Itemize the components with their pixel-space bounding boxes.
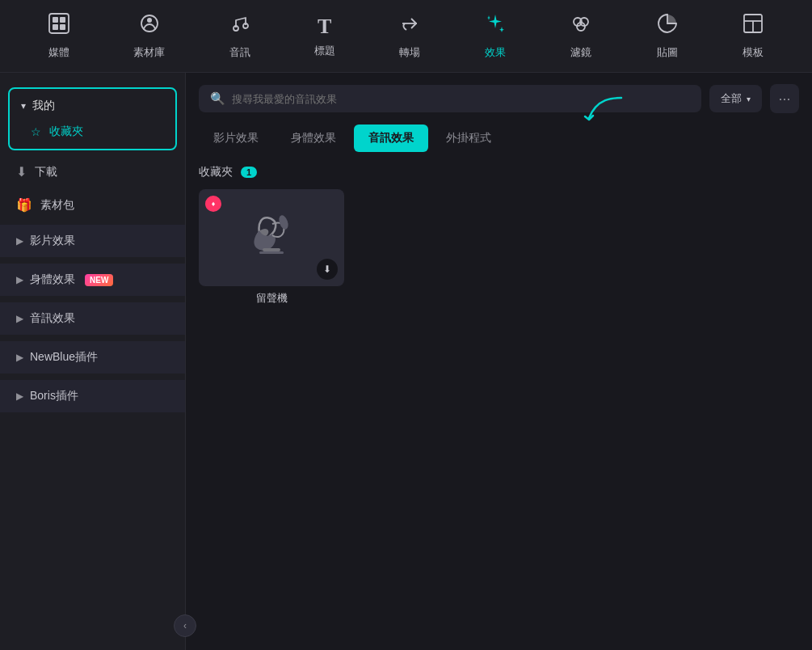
media-icon (48, 12, 70, 40)
sidebar-my-label: 我的 (32, 99, 55, 113)
nav-label-title: 標題 (314, 44, 335, 58)
sidebar-my-group: ▾ 我的 ☆ 收藏夾 (8, 87, 177, 150)
nav-item-audio[interactable]: 音訊 (217, 6, 263, 66)
section-label: 收藏夾 (199, 165, 233, 179)
nav-label-audio: 音訊 (229, 45, 250, 60)
arrow-annotation (565, 94, 629, 126)
collapse-icon: ‹ (183, 620, 187, 631)
body-chevron-icon: ▶ (16, 274, 23, 285)
sidebar-body-effects-label: 身體效果 (30, 272, 75, 287)
effects-icon (484, 12, 507, 40)
nav-label-transition: 轉場 (399, 45, 420, 60)
search-dropdown[interactable]: 全部 ▾ (709, 85, 762, 112)
card-label: 留聲機 (199, 291, 344, 306)
fav-diamond-icon: ♦ (212, 200, 216, 208)
svg-rect-3 (53, 24, 58, 30)
sidebar-body-effects[interactable]: ▶ 身體效果 NEW (0, 264, 185, 296)
nav-label-effects: 效果 (485, 45, 506, 60)
svg-rect-1 (53, 17, 58, 23)
tab-body-effects[interactable]: 身體效果 (276, 125, 351, 152)
tab-plugin[interactable]: 外掛程式 (431, 125, 506, 152)
search-bar: 🔍 全部 ▾ ··· (199, 84, 799, 113)
sidebar: ▾ 我的 ☆ 收藏夾 ⬇ 下載 🎁 素材包 ▶ 影片效果 ▶ 身體效果 (0, 73, 186, 650)
nav-item-filter[interactable]: 濾鏡 (558, 6, 604, 66)
sidebar-newblue-label: NewBlue插件 (30, 350, 98, 365)
chevron-right-icon: ▶ (16, 235, 23, 247)
content-area: 🔍 全部 ▾ ··· 影片效果 身體效果 音訊效果 外掛程式 (186, 73, 812, 650)
gramophone-icon (243, 209, 300, 266)
more-icon: ··· (778, 91, 790, 108)
svg-rect-4 (60, 24, 65, 30)
title-icon: T (318, 15, 331, 39)
card-grid: ♦ (199, 189, 799, 306)
count-badge: 1 (241, 167, 257, 178)
nav-label-filter: 濾鏡 (570, 45, 591, 60)
sidebar-pack[interactable]: 🎁 素材包 (0, 188, 185, 222)
svg-point-6 (147, 18, 152, 23)
audio-nav-icon (229, 12, 251, 40)
svg-point-8 (243, 23, 248, 28)
card-download-button[interactable]: ⬇ (317, 259, 338, 280)
nav-item-media[interactable]: 媒體 (36, 6, 82, 66)
stock-icon (138, 12, 161, 40)
template-icon (742, 12, 764, 40)
boris-chevron-icon: ▶ (16, 390, 23, 402)
sidebar-boris-label: Boris插件 (30, 389, 78, 403)
filter-icon (570, 12, 592, 40)
transition-icon (398, 12, 421, 40)
newblue-chevron-icon: ▶ (16, 352, 23, 363)
star-icon: ☆ (31, 125, 41, 138)
card-thumbnail: ♦ (199, 189, 344, 286)
more-button[interactable]: ··· (770, 84, 799, 113)
top-nav: 媒體 素材庫 音訊 T 標題 (0, 0, 812, 73)
nav-item-sticker[interactable]: 貼圖 (645, 6, 690, 66)
new-badge: NEW (85, 274, 113, 286)
pack-icon: 🎁 (16, 197, 32, 213)
sidebar-favorites[interactable]: ☆ 收藏夾 (11, 118, 174, 144)
dropdown-label: 全部 (721, 91, 742, 106)
nav-item-template[interactable]: 模板 (730, 6, 776, 66)
tabs-row: 影片效果 身體效果 音訊效果 外掛程式 (199, 125, 799, 152)
media-card[interactable]: ♦ (199, 189, 344, 306)
search-icon: 🔍 (210, 91, 225, 106)
nav-label-stock: 素材庫 (133, 45, 165, 60)
sidebar-download-label: 下載 (35, 165, 57, 179)
download-icon: ⬇ (16, 164, 27, 179)
nav-item-title[interactable]: T 標題 (303, 8, 347, 65)
sidebar-download[interactable]: ⬇ 下載 (0, 155, 185, 188)
card-download-icon: ⬇ (323, 264, 331, 275)
sidebar-boris[interactable]: ▶ Boris插件 (0, 380, 185, 412)
nav-item-stock[interactable]: 素材庫 (122, 6, 176, 66)
tab-audio-effects[interactable]: 音訊效果 (354, 125, 428, 152)
svg-rect-0 (49, 14, 69, 33)
main-layout: ▾ 我的 ☆ 收藏夾 ⬇ 下載 🎁 素材包 ▶ 影片效果 ▶ 身體效果 (0, 73, 812, 650)
nav-label-template: 模板 (743, 45, 764, 60)
sidebar-favorites-label: 收藏夾 (49, 125, 83, 139)
chevron-down-icon: ▾ (21, 100, 26, 112)
audio-chevron-icon: ▶ (16, 313, 23, 324)
sidebar-newblue[interactable]: ▶ NewBlue插件 (0, 341, 185, 374)
nav-label-media: 媒體 (48, 45, 69, 60)
svg-rect-16 (263, 248, 280, 251)
sidebar-video-effects[interactable]: ▶ 影片效果 (0, 225, 185, 257)
sidebar-audio-effects-label: 音訊效果 (30, 311, 75, 326)
content-grid: 收藏夾 1 ♦ (199, 165, 799, 639)
dropdown-chevron-icon: ▾ (747, 95, 751, 103)
card-fav-badge: ♦ (205, 196, 221, 212)
nav-label-sticker: 貼圖 (657, 45, 678, 60)
tab-video-effects[interactable]: 影片效果 (199, 125, 273, 152)
nav-item-effects[interactable]: 效果 (473, 6, 518, 66)
sidebar-pack-label: 素材包 (40, 198, 74, 213)
svg-rect-17 (259, 251, 284, 254)
section-header: 收藏夾 1 (199, 165, 799, 179)
svg-rect-2 (60, 17, 65, 23)
sidebar-audio-effects[interactable]: ▶ 音訊效果 (0, 302, 185, 335)
sidebar-my-header[interactable]: ▾ 我的 (11, 94, 174, 118)
sidebar-video-effects-label: 影片效果 (30, 234, 75, 248)
sticker-icon (656, 12, 679, 40)
nav-item-transition[interactable]: 轉場 (387, 6, 432, 66)
sidebar-collapse-button[interactable]: ‹ (174, 614, 196, 637)
